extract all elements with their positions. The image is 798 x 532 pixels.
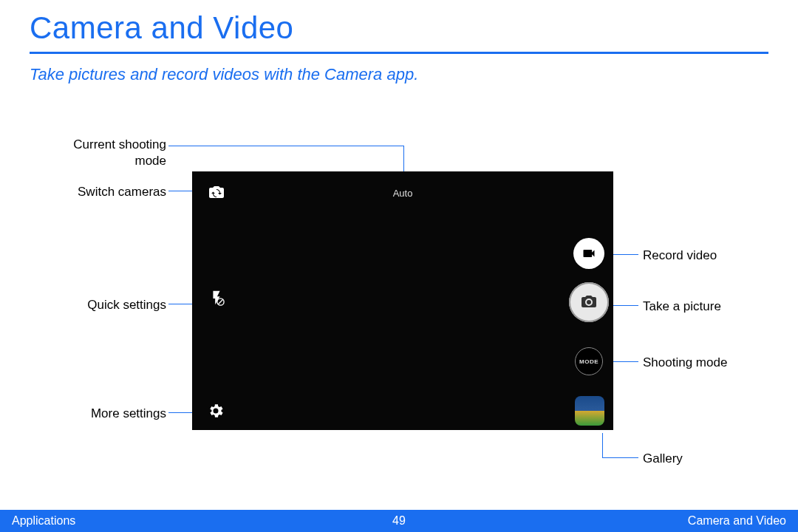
callout-record-video: Record video (643, 248, 717, 264)
callout-gallery: Gallery (643, 451, 683, 467)
callout-line (168, 146, 404, 146)
callout-line (612, 305, 638, 306)
page-title: Camera and Video (30, 10, 293, 46)
svg-line-1 (218, 299, 222, 304)
flash-off-icon[interactable] (207, 288, 226, 307)
callout-line (602, 457, 638, 458)
camera-app-frame: Auto MODE (192, 171, 613, 430)
callout-current-shooting-mode: Current shooting mode (55, 137, 166, 169)
footer-page-number: 49 (270, 514, 528, 528)
gallery-thumbnail[interactable] (575, 396, 604, 426)
footer-bar: Applications 49 Camera and Video (0, 510, 798, 532)
switch-camera-icon[interactable] (205, 182, 228, 204)
callout-shooting-mode: Shooting mode (643, 355, 727, 371)
title-divider (30, 52, 768, 54)
callout-switch-cameras: Switch cameras (59, 184, 166, 200)
footer-section-right: Camera and Video (528, 514, 786, 528)
current-mode-label: Auto (393, 188, 413, 199)
callout-take-a-picture: Take a picture (643, 299, 721, 315)
callout-quick-settings: Quick settings (59, 297, 166, 313)
take-picture-button[interactable] (569, 282, 609, 322)
record-video-button[interactable] (573, 238, 604, 269)
page-subtitle: Take pictures and record videos with the… (30, 65, 418, 84)
shooting-mode-button[interactable]: MODE (575, 347, 603, 375)
footer-section-left: Applications (12, 514, 270, 528)
callout-line (602, 433, 603, 457)
callout-more-settings: More settings (59, 406, 166, 422)
settings-icon[interactable] (205, 400, 226, 421)
